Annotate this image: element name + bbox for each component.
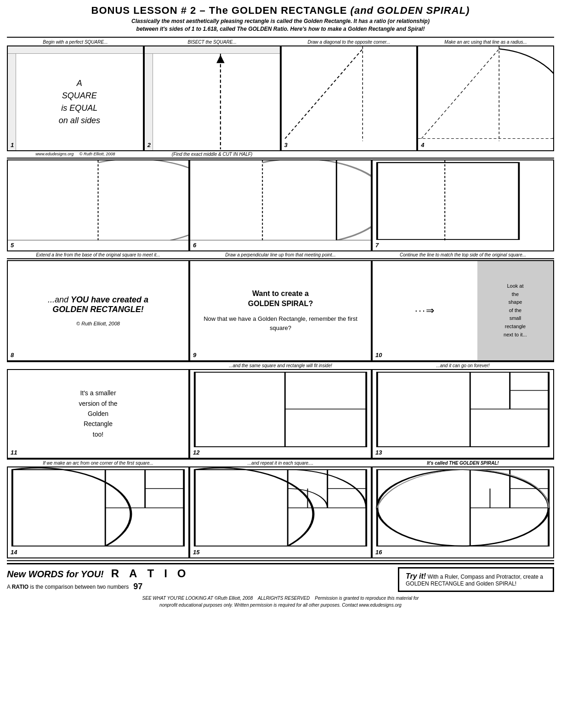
svg-line-5 (422, 49, 499, 138)
cell-2: 2 (144, 46, 281, 151)
cell12-diagram (190, 370, 371, 448)
svg-rect-13 (377, 162, 519, 239)
cell-1: ASQUAREis EQUALon all sides 1 (7, 46, 144, 151)
cell10-arrow: ···⇒ (373, 305, 477, 317)
sep4 (7, 459, 554, 460)
row5: 14 15 (7, 466, 554, 558)
cell13-num: 13 (375, 449, 382, 456)
cell-16: 16 (372, 466, 554, 558)
row5-captions: If we make an arc from one corner of the… (7, 461, 554, 466)
cell8-text: ...and YOU have created aGOLDEN RECTANGL… (48, 295, 148, 314)
svg-marker-1 (216, 55, 225, 63)
sep1 (7, 158, 554, 159)
cell10-gray-box: Look attheshapeof thesmallrectanglenext … (477, 261, 553, 360)
cell9-num: 9 (193, 352, 196, 358)
cell16-diagram (373, 467, 553, 547)
ratio-definition: A RATIO is the comparison between two nu… (7, 582, 393, 592)
row2: 5 6 7 (7, 159, 554, 251)
row3: ...and YOU have created aGOLDEN RECTANGL… (7, 260, 554, 361)
cell12-num: 12 (193, 449, 199, 456)
row2-captions: Extend a line from the base of the origi… (7, 252, 554, 257)
cell7-num: 7 (375, 242, 379, 249)
new-words-section: New WORDS for YOU! R A T I O A RATIO is … (7, 567, 398, 592)
cell-9: Want to create aGOLDEN SPIRAL? Now that … (189, 260, 372, 361)
cell14-diagram (8, 467, 188, 547)
cell2-num: 2 (147, 142, 151, 148)
cell6-diagram (190, 160, 371, 240)
cell-14: 14 (7, 466, 189, 558)
row4: It's a smallerversion of theGoldenRectan… (7, 369, 554, 459)
cell-11: It's a smallerversion of theGoldenRectan… (7, 369, 189, 459)
cell-7: 7 (372, 159, 554, 251)
cell-10: ···⇒ Look attheshapeof thesmallrectangle… (372, 260, 554, 361)
cell-15: 15 (189, 466, 372, 558)
cell15-diagram (190, 467, 371, 547)
cell3-num: 3 (284, 142, 288, 148)
bottom-bar: New WORDS for YOU! R A T I O A RATIO is … (7, 563, 554, 592)
row1-subcaption: www.edudesigns.org © Ruth Elliott, 2008 … (7, 152, 554, 157)
cell8-num: 8 (11, 352, 14, 358)
cell5-diagram (8, 160, 188, 240)
svg-line-3 (285, 49, 363, 138)
cell11-text: It's a smallerversion of theGoldenRectan… (79, 388, 117, 439)
cell6-num: 6 (193, 242, 196, 249)
sep3 (7, 361, 554, 362)
row1: ASQUAREis EQUALon all sides 1 2 3 (7, 46, 554, 151)
cell-4: 4 (417, 46, 554, 151)
cell16-num: 16 (375, 549, 382, 556)
sep2 (7, 258, 554, 259)
cell14-num: 14 (11, 549, 17, 556)
cell-13: 13 (372, 369, 554, 459)
cell13-diagram (373, 370, 553, 448)
try-it-title: Try it! (406, 572, 426, 580)
cell3-diagram (282, 46, 417, 141)
svg-rect-15 (195, 372, 366, 446)
cell-12: 12 (189, 369, 372, 459)
try-it-box: Try it! With a Ruler, Compass and Protra… (398, 567, 554, 592)
try-it-text: With a Ruler, Compass and Protractor, cr… (406, 574, 543, 587)
ratio-o: O (177, 567, 186, 580)
cell-3: 3 (281, 46, 418, 151)
cell9-body: Now that we have a Golden Rectangle, rem… (197, 314, 364, 332)
cell-5: 5 (7, 159, 189, 251)
row4-captions: ...and the same square and rectangle wil… (7, 363, 554, 368)
cell7-diagram (373, 160, 553, 240)
cell4-diagram (418, 46, 553, 141)
page-subtitle: Classically the most aesthetically pleas… (7, 17, 554, 33)
ratio-r: R (111, 567, 119, 580)
cell2-diagram (153, 54, 281, 151)
cell5-num: 5 (11, 242, 14, 249)
cell1-num: 1 (11, 142, 14, 148)
ratio-i: I (164, 567, 167, 580)
page-title: BONUS LESSON # 2 – The GOLDEN RECTANGLE … (7, 5, 554, 17)
footer: SEE WHAT YOU'RE LOOKING AT ©Ruth Elliott… (7, 595, 554, 609)
sep5 (7, 560, 554, 561)
cell-8: ...and YOU have created aGOLDEN RECTANGL… (7, 260, 189, 361)
cell9-title: Want to create aGOLDEN SPIRAL? (248, 289, 313, 309)
cell15-num: 15 (193, 549, 199, 556)
svg-rect-18 (377, 372, 549, 446)
cell4-num: 4 (421, 142, 424, 148)
cell11-num: 11 (11, 449, 17, 456)
new-words-title: New WORDS for YOU! (7, 569, 104, 580)
cell10-num: 10 (375, 352, 382, 358)
ratio-a: A (129, 567, 137, 580)
ratio-t: T (147, 567, 154, 580)
row1-captions: Begin with a perfect SQUARE... BISECT th… (7, 40, 554, 45)
top-separator (7, 37, 554, 38)
cell1-text: ASQUAREis EQUALon all sides (54, 73, 105, 131)
cell8-copyright: © Ruth Elliott, 2008 (76, 321, 120, 326)
cell-6: 6 (189, 159, 372, 251)
